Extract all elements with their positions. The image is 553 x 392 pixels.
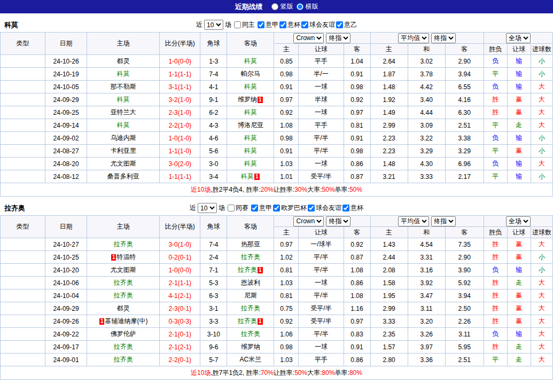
same-competition-option[interactable]: 同赛	[227, 203, 248, 213]
away-team[interactable]: 维罗纳	[227, 341, 274, 354]
league-checkbox[interactable]	[251, 205, 258, 211]
league-filter-option[interactable]: 意乙	[335, 20, 357, 29]
league-filter-option[interactable]: 意杯	[341, 203, 363, 213]
avg-away: 5.92	[445, 277, 484, 289]
league-checkbox[interactable]	[336, 21, 343, 28]
away-team[interactable]: 维罗纳1	[227, 93, 274, 106]
score-halftime[interactable]: 0-3(0-3)	[160, 315, 200, 328]
avg-time-select[interactable]: 终指	[431, 216, 456, 226]
away-team[interactable]: AC米兰	[227, 354, 274, 366]
recent-count-select[interactable]: 10	[204, 20, 223, 30]
league-filter-option[interactable]: 球会友谊	[307, 203, 341, 213]
score-halftime[interactable]: 2-3(1-0)	[160, 106, 200, 119]
recent-count-select[interactable]: 10	[198, 203, 217, 213]
league: 欧罗巴杯	[1, 289, 45, 302]
league-filter-option[interactable]: 欧罗巴杯	[272, 203, 307, 213]
home-team[interactable]: 拉齐奥	[87, 341, 160, 354]
home-team[interactable]: 尤文图斯	[87, 158, 160, 170]
league-checkbox[interactable]	[279, 21, 286, 28]
fulltime-select[interactable]: 全场	[506, 33, 531, 43]
league-checkbox[interactable]	[258, 21, 264, 28]
away-team[interactable]: 拉齐奥	[227, 302, 274, 315]
odds-time-select[interactable]: 终指	[326, 216, 351, 226]
score-halftime[interactable]: 3-2(1-0)	[160, 93, 200, 106]
score-halftime[interactable]: 3-1(1-1)	[160, 81, 200, 93]
score-halftime[interactable]: 2-1(2-1)	[160, 341, 200, 354]
odds-source-select[interactable]: Crown	[293, 33, 324, 43]
home-team[interactable]: 佛罗伦萨	[87, 328, 160, 341]
league-filter-option[interactable]: 意杯	[278, 20, 300, 29]
away-team[interactable]: 科莫	[227, 55, 274, 68]
league-checkbox[interactable]	[342, 205, 349, 211]
away-team[interactable]: 热那亚	[227, 238, 274, 251]
same-competition-checkbox[interactable]	[228, 205, 235, 211]
home-team[interactable]: 都灵	[87, 302, 160, 315]
avg-source-select[interactable]: 平均值	[398, 33, 429, 43]
league-filter-option[interactable]: 意甲	[250, 203, 272, 213]
home-team[interactable]: 拉齐奥	[87, 289, 160, 302]
same-venue-checkbox[interactable]	[234, 21, 241, 28]
away-team[interactable]: 科莫1	[227, 170, 274, 183]
away-team[interactable]: 科莫	[227, 158, 274, 170]
home-team[interactable]: 亚特兰大	[87, 106, 160, 119]
away-team[interactable]: 科莫	[227, 145, 274, 158]
home-team[interactable]: 乌迪内斯	[87, 132, 160, 145]
score-halftime[interactable]: 3-0(2-0)	[160, 158, 200, 170]
home-team[interactable]: 桑普多利亚	[87, 170, 160, 183]
horizontal-radio[interactable]	[297, 3, 303, 10]
home-team[interactable]: 科莫	[87, 119, 160, 132]
view-option-vertical[interactable]: 竖版	[270, 2, 293, 11]
view-option-horizontal[interactable]: 横版	[295, 2, 318, 11]
home-team[interactable]: 都灵	[87, 55, 160, 68]
score-halftime[interactable]: 3-0(1-0)	[160, 238, 200, 251]
score-halftime[interactable]: 0-2(0-1)	[160, 251, 200, 264]
score-halftime[interactable]: 2-3(0-1)	[160, 302, 200, 315]
same-venue-option[interactable]: 同主	[233, 20, 255, 29]
away-team[interactable]: 科莫	[227, 106, 274, 119]
away-team[interactable]: 帕尔马	[227, 68, 274, 81]
vertical-radio[interactable]	[271, 3, 278, 10]
away-team[interactable]: 拉齐奥1	[227, 315, 274, 328]
avg-time-select[interactable]: 终指	[431, 33, 456, 43]
odds-handicap: 平/半	[299, 289, 344, 302]
score-halftime[interactable]: 2-1(1-1)	[160, 277, 200, 289]
league-checkbox[interactable]	[273, 205, 280, 211]
home-team[interactable]: 科莫	[87, 68, 160, 81]
score-halftime[interactable]: 1-0(0-0)	[160, 264, 200, 277]
home-team[interactable]: 尤文图斯	[87, 264, 160, 277]
away-team[interactable]: 尼斯	[227, 289, 274, 302]
near-label: 近	[196, 20, 202, 29]
home-team[interactable]: 1基辅迪纳摩(中)	[87, 315, 160, 328]
home-team[interactable]: 卡利亚里	[87, 145, 160, 158]
fulltime-select[interactable]: 全场	[506, 216, 531, 226]
odds-source-select[interactable]: Crown	[293, 216, 324, 226]
league-checkbox[interactable]	[301, 21, 308, 28]
avg-source-select[interactable]: 平均值	[398, 216, 429, 226]
score-halftime[interactable]: 4-1(2-1)	[160, 289, 200, 302]
away-team[interactable]: 拉齐奥	[227, 328, 274, 341]
score-halftime[interactable]: 2-1(0-1)	[160, 328, 200, 341]
league-filter-option[interactable]: 球会友谊	[300, 20, 335, 29]
home-team[interactable]: 拉齐奥	[87, 354, 160, 366]
score-halftime[interactable]: 1-1(1-0)	[160, 145, 200, 158]
league-filter-option[interactable]: 意甲	[256, 20, 278, 29]
score-halftime[interactable]: 2-2(0-1)	[160, 354, 200, 366]
score-halftime[interactable]: 1-0(0-0)	[160, 55, 200, 68]
away-team[interactable]: 科莫	[227, 132, 274, 145]
away-team[interactable]: 科莫	[227, 81, 274, 93]
home-team[interactable]: 科莫	[87, 93, 160, 106]
away-team[interactable]: 拉齐奥	[227, 251, 274, 264]
home-team[interactable]: 1特温特	[87, 251, 160, 264]
away-team[interactable]: 恩波利	[227, 277, 274, 289]
odds-time-select[interactable]: 终指	[326, 33, 351, 43]
home-team[interactable]: 拉齐奥	[87, 238, 160, 251]
score-halftime[interactable]: 1-1(1-1)	[160, 170, 200, 183]
league-checkbox[interactable]	[308, 205, 315, 211]
home-team[interactable]: 那不勒斯	[87, 81, 160, 93]
score-halftime[interactable]: 1-1(1-1)	[160, 68, 200, 81]
away-team[interactable]: 拉齐奥1	[227, 264, 274, 277]
score-halftime[interactable]: 1-0(1-0)	[160, 132, 200, 145]
score-halftime[interactable]: 2-2(1-0)	[160, 119, 200, 132]
away-team[interactable]: 博洛尼亚	[227, 119, 274, 132]
home-team[interactable]: 拉齐奥	[87, 277, 160, 289]
